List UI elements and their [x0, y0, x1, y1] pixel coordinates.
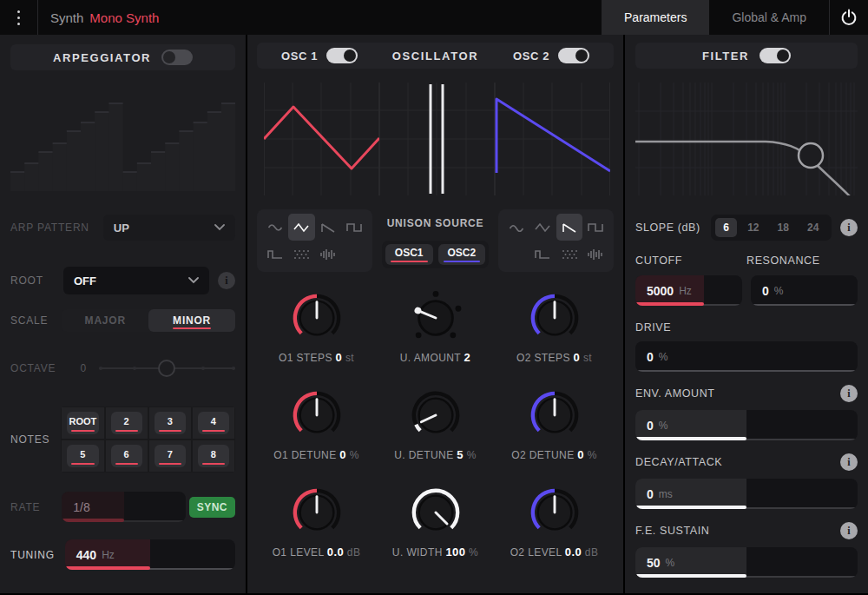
arp-pattern-label: ARP PATTERN [10, 221, 89, 234]
pulse-wave-icon[interactable] [529, 241, 556, 268]
osc1-label: OSC 1 [281, 50, 318, 63]
triangle-wave-icon[interactable] [529, 214, 556, 241]
filter-toggle[interactable] [760, 48, 791, 63]
osc2-detune-knob[interactable]: O2 DETUNE 0 % [495, 388, 614, 461]
fe-sustain-value: 50 [647, 556, 661, 570]
note-button-2[interactable]: 2 [111, 412, 142, 434]
slope-option-6[interactable]: 6 [715, 218, 737, 237]
power-button[interactable] [829, 0, 868, 35]
tab-global-amp[interactable]: Global & Amp [709, 0, 829, 35]
noise-icon[interactable] [556, 241, 582, 268]
filter-cutoff-handle[interactable] [799, 143, 823, 168]
root-dropdown[interactable]: OFF [63, 267, 209, 294]
unison-source-osc2-button[interactable]: OSC2 [438, 244, 486, 265]
notes-grid: ROOT 2 3 4 5 6 7 8 [61, 407, 235, 473]
note-button-4[interactable]: 4 [198, 412, 229, 434]
cutoff-value: 5000 [647, 284, 674, 298]
note-button-5[interactable]: 5 [67, 445, 98, 467]
osc1-level-knob[interactable]: O1 LEVEL 0.0 dB [257, 486, 376, 559]
osc1-wave-selector [257, 209, 372, 272]
arp-pattern-dropdown[interactable]: UP [103, 215, 235, 241]
unison-source-osc1-button[interactable]: OSC1 [385, 244, 433, 265]
arp-pattern-display [10, 81, 235, 194]
env-amount-unit: % [659, 420, 668, 432]
drive-unit: % [659, 351, 668, 363]
note-button-root[interactable]: ROOT [67, 412, 98, 434]
drive-slider[interactable]: 0 % [635, 341, 858, 372]
osc2-waveform-display [495, 83, 610, 195]
fe-sustain-unit: % [666, 557, 675, 569]
noise-icon[interactable] [288, 241, 314, 268]
osc2-label: OSC 2 [513, 50, 549, 63]
note-button-6[interactable]: 6 [111, 445, 142, 467]
scale-segmented: MAJOR MINOR [62, 309, 235, 332]
slope-option-12[interactable]: 12 [740, 218, 766, 237]
unison-width-knob[interactable]: U. WIDTH 100 % [376, 486, 495, 559]
slope-info-icon[interactable]: i [840, 219, 858, 236]
oscillator-header: OSC 1 OSCILLATOR OSC 2 [257, 43, 614, 69]
notes-label: NOTES [10, 433, 49, 446]
square-wave-icon[interactable] [341, 214, 367, 241]
scale-label: SCALE [10, 314, 48, 327]
wavetable-icon[interactable] [315, 241, 341, 268]
osc2-steps-knob[interactable]: O2 STEPS 0 st [495, 291, 614, 364]
filter-title: FILTER [702, 50, 749, 63]
arp-pattern-value: UP [114, 221, 129, 235]
slope-option-24[interactable]: 24 [799, 218, 826, 237]
osc2-level-knob[interactable]: O2 LEVEL 0.0 dB [495, 486, 614, 559]
slope-option-18[interactable]: 18 [770, 218, 797, 237]
tuning-slider[interactable]: 440 Hz [65, 539, 235, 570]
root-label: ROOT [10, 274, 43, 287]
arpeggiator-toggle[interactable] [161, 50, 193, 65]
octave-slider-thumb[interactable] [158, 360, 175, 377]
filter-header: FILTER [635, 43, 858, 69]
resonance-slider[interactable]: 0 % [751, 275, 858, 306]
octave-slider[interactable] [99, 360, 235, 377]
resonance-value: 0 [762, 284, 769, 298]
triangle-wave-icon[interactable] [288, 214, 314, 241]
top-tabs: Parameters Global & Amp [602, 0, 829, 35]
square-wave-icon[interactable] [582, 214, 608, 241]
note-button-8[interactable]: 8 [198, 445, 229, 467]
octave-label: OCTAVE [10, 362, 56, 374]
kebab-menu-icon [17, 10, 20, 25]
oscillator-title: OSCILLATOR [392, 50, 478, 63]
unison-source-section: UNISON SOURCE OSC1 OSC2 [372, 209, 498, 268]
scale-option-major[interactable]: MAJOR [62, 309, 148, 332]
decay-attack-info-icon[interactable]: i [840, 453, 858, 471]
decay-attack-unit: ms [659, 488, 673, 500]
cutoff-slider[interactable]: 5000 Hz [635, 275, 742, 306]
tab-parameters[interactable]: Parameters [602, 0, 709, 35]
note-button-7[interactable]: 7 [155, 445, 186, 467]
osc1-detune-knob[interactable]: O1 DETUNE 0 % [257, 388, 376, 461]
fe-sustain-slider[interactable]: 50 % [635, 547, 858, 578]
root-info-icon[interactable]: i [218, 272, 235, 289]
env-amount-info-icon[interactable]: i [840, 385, 858, 402]
sine-wave-icon[interactable] [262, 214, 288, 241]
sine-wave-icon[interactable] [503, 214, 529, 241]
sync-button[interactable]: SYNC [189, 497, 235, 518]
unison-detune-knob[interactable]: U. DETUNE 5 % [376, 388, 495, 461]
arpeggiator-panel: ARPEGGIATOR ARP PATTERN UP ROOT [0, 35, 246, 593]
osc1-toggle[interactable] [326, 48, 358, 63]
unison-amount-knob[interactable]: U. AMOUNT 2 [376, 291, 495, 364]
scale-option-minor[interactable]: MINOR [148, 309, 235, 332]
waveform-displays [264, 83, 610, 195]
saw-wave-icon[interactable] [315, 214, 341, 241]
osc2-wave-selector [498, 209, 614, 272]
env-amount-value: 0 [647, 419, 654, 433]
saw-wave-icon[interactable] [556, 214, 582, 241]
resonance-unit: % [774, 285, 784, 297]
drive-label: DRIVE [635, 321, 671, 334]
menu-button[interactable] [0, 0, 38, 35]
tuning-label: TUNING [10, 549, 55, 561]
osc2-toggle[interactable] [558, 48, 589, 63]
wavetable-icon[interactable] [582, 241, 608, 268]
fe-sustain-info-icon[interactable]: i [840, 522, 858, 539]
rate-slider[interactable]: 1/8 [62, 492, 186, 522]
osc1-steps-knob[interactable]: O1 STEPS 0 st [257, 291, 376, 364]
note-button-3[interactable]: 3 [155, 412, 186, 434]
env-amount-slider[interactable]: 0 % [635, 410, 858, 440]
decay-attack-slider[interactable]: 0 ms [635, 479, 858, 509]
pulse-wave-icon[interactable] [262, 241, 288, 268]
